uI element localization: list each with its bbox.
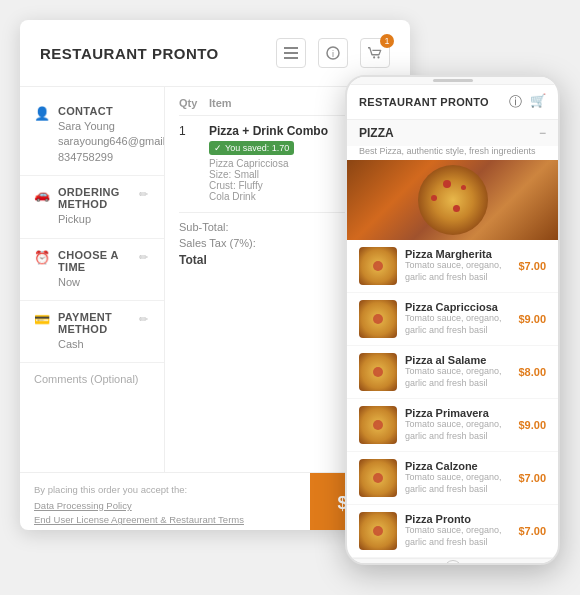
menu-icon[interactable] (276, 38, 306, 68)
svg-rect-2 (284, 57, 298, 59)
notch-bar (433, 79, 473, 82)
left-panel: 👤 CONTACT Sara Young sarayoung646@gmail.… (20, 87, 165, 472)
menu-list: Pizza Margherita Tomato sauce, oregano, … (347, 240, 558, 558)
category-header: PIZZA − (347, 120, 558, 146)
category-name: PIZZA (359, 126, 394, 140)
menu-item[interactable]: Pizza al Salame Tomato sauce, oregano, g… (347, 346, 558, 399)
contact-icon: 👤 (34, 106, 50, 121)
info-icon[interactable]: i (318, 38, 348, 68)
contact-email: sarayoung646@gmail.com (58, 134, 165, 149)
menu-item[interactable]: Pizza Pronto Tomato sauce, oregano, garl… (347, 505, 558, 558)
menu-item-name: Pizza Primavera (405, 407, 510, 419)
time-icon: ⏰ (34, 250, 50, 265)
menu-item-image (359, 406, 397, 444)
contact-section: 👤 CONTACT Sara Young sarayoung646@gmail.… (20, 95, 164, 176)
card-header: RESTAURANT PRONTO i 1 (20, 20, 410, 87)
phone-icons: ⓘ 🛒 (509, 93, 546, 111)
menu-item-price: $8.00 (518, 366, 546, 378)
menu-item-image (359, 459, 397, 497)
terms-link1[interactable]: Data Processing Policy (34, 500, 132, 511)
scene: RESTAURANT PRONTO i 1 👤 (20, 20, 560, 575)
ordering-label: ORDERING METHOD (58, 186, 137, 210)
menu-item-image (359, 247, 397, 285)
item-saved: ✓ You saved: 1.70 (209, 141, 294, 155)
payment-label: PAYMENT METHOD (58, 311, 137, 335)
phone-info-icon[interactable]: ⓘ (509, 93, 522, 111)
restaurant-title: RESTAURANT PRONTO (40, 45, 219, 62)
time-section: ⏰ CHOOSE A TIME Now ✏ (20, 239, 164, 301)
menu-item-name: Pizza Capricciosa (405, 301, 510, 313)
ordering-value: Pickup (58, 212, 137, 227)
category-desc: Best Pizza, authentic style, fresh ingre… (347, 146, 558, 160)
tax-label: Sales Tax (7%): (179, 237, 256, 249)
menu-item-info: Pizza al Salame Tomato sauce, oregano, g… (405, 354, 510, 389)
menu-item-desc: Tomato sauce, oregano, garlic and fresh … (405, 260, 510, 283)
total-label: Total (179, 253, 207, 267)
menu-item-info: Pizza Calzone Tomato sauce, oregano, gar… (405, 460, 510, 495)
menu-item-name: Pizza Pronto (405, 513, 510, 525)
category-collapse-icon[interactable]: − (539, 126, 546, 140)
comments-label: Comments (Optional) (34, 373, 150, 385)
payment-edit-button[interactable]: ✏ (137, 311, 150, 328)
payment-section: 💳 PAYMENT METHOD Cash ✏ (20, 301, 164, 363)
phone-cart-icon[interactable]: 🛒 (530, 93, 546, 111)
svg-point-6 (377, 56, 379, 58)
menu-item-image (359, 300, 397, 338)
time-edit-button[interactable]: ✏ (137, 249, 150, 266)
time-label: CHOOSE A TIME (58, 249, 137, 273)
menu-item-desc: Tomato sauce, oregano, garlic and fresh … (405, 313, 510, 336)
item-name: Pizza + Drink Combo (209, 124, 346, 138)
qty-column-header: Qty (179, 97, 209, 109)
menu-item-info: Pizza Pronto Tomato sauce, oregano, garl… (405, 513, 510, 548)
menu-item-info: Pizza Margherita Tomato sauce, oregano, … (405, 248, 510, 283)
menu-item-price: $9.00 (518, 419, 546, 431)
menu-item[interactable]: Pizza Margherita Tomato sauce, oregano, … (347, 240, 558, 293)
ordering-edit-button[interactable]: ✏ (137, 186, 150, 203)
menu-item-image (359, 512, 397, 550)
menu-item-price: $7.00 (518, 260, 546, 272)
menu-item-desc: Tomato sauce, oregano, garlic and fresh … (405, 366, 510, 389)
header-icons: i 1 (276, 38, 390, 68)
item-column-header: Item (209, 97, 346, 109)
footer-terms: By placing this order you accept the: Da… (20, 475, 310, 530)
item-sub1: Pizza Capricciosa (209, 158, 346, 169)
menu-item-price: $7.00 (518, 472, 546, 484)
menu-item-info: Pizza Primavera Tomato sauce, oregano, g… (405, 407, 510, 442)
ordering-icon: 🚗 (34, 187, 50, 202)
sub-total-label: Sub-Total: (179, 221, 229, 233)
menu-item-image (359, 353, 397, 391)
menu-item-desc: Tomato sauce, oregano, garlic and fresh … (405, 419, 510, 442)
menu-item[interactable]: Pizza Primavera Tomato sauce, oregano, g… (347, 399, 558, 452)
cart-badge: 1 (380, 34, 394, 48)
phone-restaurant-title: RESTAURANT PRONTO (359, 96, 489, 108)
menu-item-name: Pizza al Salame (405, 354, 510, 366)
terms-link2[interactable]: End User License Agreement & Restaurant … (34, 514, 244, 525)
cart-icon[interactable]: 1 (360, 38, 390, 68)
svg-point-5 (373, 56, 375, 58)
menu-item-desc: Tomato sauce, oregano, garlic and fresh … (405, 525, 510, 548)
comments-area: Comments (Optional) (20, 363, 164, 395)
menu-item-name: Pizza Margherita (405, 248, 510, 260)
featured-pizza-image (347, 160, 558, 240)
item-details: Pizza + Drink Combo ✓ You saved: 1.70 Pi… (209, 124, 346, 202)
item-qty: 1 (179, 124, 209, 138)
ordering-section: 🚗 ORDERING METHOD Pickup ✏ (20, 176, 164, 238)
menu-item-info: Pizza Capricciosa Tomato sauce, oregano,… (405, 301, 510, 336)
menu-item-price: $7.00 (518, 525, 546, 537)
payment-icon: 💳 (34, 312, 50, 327)
payment-value: Cash (58, 337, 137, 352)
menu-item[interactable]: Pizza Capricciosa Tomato sauce, oregano,… (347, 293, 558, 346)
phone-header: RESTAURANT PRONTO ⓘ 🛒 (347, 85, 558, 120)
contact-label: CONTACT (58, 105, 165, 117)
menu-item-desc: Tomato sauce, oregano, garlic and fresh … (405, 472, 510, 495)
menu-item[interactable]: Pizza Calzone Tomato sauce, oregano, gar… (347, 452, 558, 505)
menu-item-price: $9.00 (518, 313, 546, 325)
terms-prefix: By placing this order you accept the: (34, 483, 296, 497)
contact-phone: 834758299 (58, 150, 165, 165)
phone-notch (347, 77, 558, 85)
home-button[interactable] (444, 560, 462, 566)
contact-name: Sara Young (58, 119, 165, 134)
phone-home-bar (347, 558, 558, 565)
menu-item-name: Pizza Calzone (405, 460, 510, 472)
svg-rect-0 (284, 47, 298, 49)
